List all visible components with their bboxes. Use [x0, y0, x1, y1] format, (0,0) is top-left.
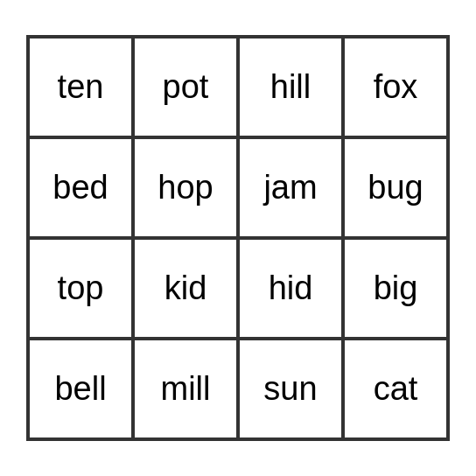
- cell-r2c0: top: [28, 238, 133, 339]
- cell-r0c2: hill: [238, 37, 343, 137]
- cell-r1c2: jam: [238, 137, 343, 238]
- cell-r1c0: bed: [28, 137, 133, 238]
- cell-r3c2: sun: [238, 339, 343, 439]
- cell-r3c0: bell: [28, 339, 133, 439]
- word-grid: tenpothillfoxbedhopjambugtopkidhidbigbel…: [26, 35, 450, 441]
- cell-r3c3: cat: [343, 339, 448, 439]
- cell-r3c1: mill: [133, 339, 238, 439]
- cell-r0c3: fox: [343, 37, 448, 137]
- cell-r1c1: hop: [133, 137, 238, 238]
- cell-r0c1: pot: [133, 37, 238, 137]
- cell-r0c0: ten: [28, 37, 133, 137]
- cell-r2c3: big: [343, 238, 448, 339]
- cell-r2c2: hid: [238, 238, 343, 339]
- cell-r1c3: bug: [343, 137, 448, 238]
- cell-r2c1: kid: [133, 238, 238, 339]
